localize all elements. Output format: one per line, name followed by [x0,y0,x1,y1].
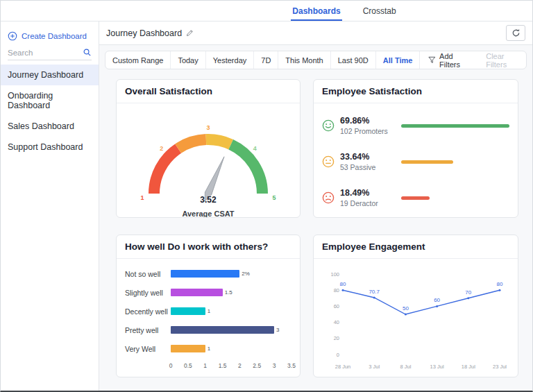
svg-text:80: 80 [340,281,346,287]
svg-text:28 Jun: 28 Jun [335,364,351,370]
cards-grid: Overall Satisfaction 123453.52Average CS… [99,69,532,391]
svg-text:18 Jul: 18 Jul [462,364,475,370]
svg-text:3: 3 [206,124,210,131]
bar [171,345,205,352]
frown-face-icon [322,191,335,204]
svg-text:0: 0 [337,352,339,358]
satisfaction-row: 33.64% 53 Passive [322,144,509,180]
svg-text:1: 1 [140,194,144,201]
svg-text:2: 2 [160,145,163,152]
line-chart-svg: 02040608010028 Jun3 Jul8 Jul13 Jul18 Jul… [322,263,511,373]
bar-value-label: 3 [276,327,279,333]
svg-text:100: 100 [330,271,339,278]
x-axis: 00.511.522.533.5 [171,361,291,372]
tab-dashboards[interactable]: Dashboards [291,1,341,21]
refresh-icon [511,28,521,37]
bar [171,270,239,278]
satisfaction-bar [401,196,430,200]
filter-range-last-90d[interactable]: Last 90D [331,51,376,69]
sidebar-item-support-dashboard[interactable]: Support Dashboard [1,137,99,157]
filter-bar: Custom RangeTodayYesterday7DThis MonthLa… [105,51,527,69]
refresh-button[interactable] [506,25,525,41]
bar-value-label: 2% [242,271,250,277]
filter-range-all-time[interactable]: All Time [376,51,421,69]
filter-range-custom-range[interactable]: Custom Range [105,51,171,69]
top-tabs: DashboardsCrosstab [291,1,397,21]
bar-row: Slightly well 1.5 [125,283,291,302]
bar [171,326,274,334]
app-window: DashboardsCrosstab Create Dashboard Jour… [0,0,533,392]
satisfaction-label: 19 Deractor [340,199,401,207]
svg-text:80: 80 [334,287,339,293]
bar-row: Pretty well 3 [125,321,291,339]
card-title: Overall Satisfaction [117,80,300,103]
bar-row: Very Well 1 [125,339,291,358]
x-tick-label: 0 [169,362,173,369]
sidebar-item-sales-dashboard[interactable]: Sales Dashboard [1,116,99,137]
line-chart: 02040608010028 Jun3 Jul8 Jul13 Jul18 Jul… [314,259,518,377]
bar [171,289,223,296]
funnel-icon [428,56,436,64]
neutral-face-icon [322,155,335,168]
svg-text:3.52: 3.52 [200,195,217,205]
bar-chart: Not so well 2% Slightly well 1.5 Decentl… [117,259,300,377]
satisfaction-label: 53 Passive [340,163,401,171]
satisfaction-label: 102 Promoters [340,127,401,135]
svg-text:23 Jul: 23 Jul [493,364,507,370]
satisfaction-bar [401,124,509,128]
create-dashboard-button[interactable]: Create Dashboard [1,28,99,46]
bar-row: Not so well 2% [125,264,291,283]
svg-text:4: 4 [253,145,257,152]
satisfaction-row: 69.86% 102 Promoters [322,108,509,144]
svg-text:13 Jul: 13 Jul [430,364,444,370]
search-input[interactable] [8,49,83,57]
satisfaction-percent: 18.49% [340,188,401,198]
filter-range-7d[interactable]: 7D [254,51,278,69]
card-employee-engagement: Employee Engagement 02040608010028 Jun3 … [313,235,518,377]
bar-category-label: Pretty well [125,326,171,334]
filter-range-today[interactable]: Today [171,51,205,69]
x-tick-label: 1 [203,362,207,369]
svg-text:50: 50 [403,305,409,312]
search-icon[interactable] [83,48,92,57]
card-overall-satisfaction: Overall Satisfaction 123453.52Average CS… [116,79,301,218]
bar-value-label: 1 [208,346,210,352]
sidebar-item-journey-dashboard[interactable]: Journey Dashboard [1,65,99,85]
svg-text:Average CSAT: Average CSAT [182,210,234,218]
smile-face-icon [322,119,335,132]
gauge-svg: 123453.52Average CSAT [125,108,291,218]
x-tick-label: 3 [273,362,276,369]
gauge-chart: 123453.52Average CSAT [117,103,300,217]
svg-text:60: 60 [434,297,440,303]
sidebar: Create Dashboard Journey DashboardOnboar… [1,22,99,391]
content-area: Create Dashboard Journey DashboardOnboar… [1,22,532,391]
card-employee-satisfaction: Employee Satisfaction 69.86% 102 Promote… [313,79,518,218]
x-tick-label: 1.5 [219,362,227,369]
card-title: How well Do I work with others? [117,235,300,259]
tab-crosstab[interactable]: Crosstab [362,1,398,21]
sidebar-item-onboarding-dashboard[interactable]: Onboarding Dashboard [1,85,99,116]
dashboard-title: Journey Dashboard [106,28,182,38]
bar [171,307,205,315]
bar-category-label: Decently well [125,307,171,316]
clear-filters-button[interactable]: Clear Filters [486,52,526,69]
svg-text:60: 60 [334,303,339,309]
filter-range-yesterday[interactable]: Yesterday [206,51,255,69]
add-filters-button[interactable]: Add Filters [428,52,475,69]
card-title: Employee Satisfaction [314,80,518,103]
filter-range-this-month[interactable]: This Month [278,51,330,69]
svg-text:70: 70 [465,289,471,296]
satisfaction-bar [401,160,453,164]
svg-text:5: 5 [272,194,276,201]
x-tick-label: 3.5 [287,362,296,369]
main-panel: Journey Dashboard Custom RangeTodayYeste… [99,22,532,391]
add-filters-label: Add Filters [439,52,475,69]
satisfaction-percent: 69.86% [340,116,401,126]
satisfaction-list: 69.86% 102 Promoters 33.64% 53 Passive 1… [314,103,518,217]
dashboard-header: Journey Dashboard [99,22,532,45]
edit-pencil-icon[interactable] [186,29,194,37]
bar-value-label: 1.5 [225,289,232,296]
x-tick-label: 0.5 [184,362,192,369]
svg-text:3 Jul: 3 Jul [369,364,380,370]
satisfaction-row: 18.49% 19 Deractor [322,180,509,216]
